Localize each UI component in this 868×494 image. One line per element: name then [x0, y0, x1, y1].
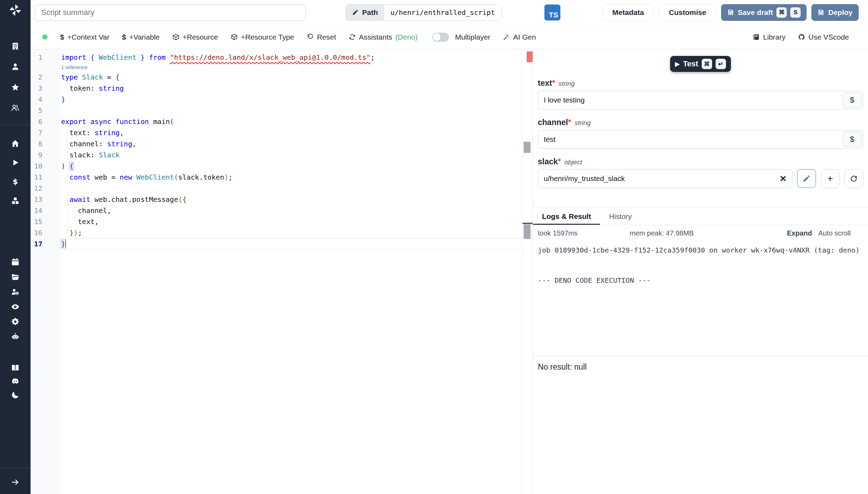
content: 1import { WebClient } from "https://deno…	[31, 49, 868, 494]
play-icon: ▶	[675, 61, 679, 67]
log-line: job 0189930d-1cbe-4329-f152-12ca359f0030…	[538, 245, 863, 256]
customise-button[interactable]: Customise	[659, 4, 716, 21]
sidebar-item-eye-icon[interactable]	[11, 302, 20, 311]
sidebar-item-home-icon[interactable]	[11, 139, 20, 148]
code-line-12[interactable]: 12	[31, 183, 522, 194]
sidebar-item-arrow-right-icon[interactable]	[11, 478, 20, 487]
sidebar-item-building-icon[interactable]	[11, 42, 20, 51]
code-line-5[interactable]: 5	[31, 105, 522, 116]
save-icon	[727, 9, 734, 16]
windmill-logo-icon[interactable]	[0, 3, 31, 17]
sidebar-item-play-icon[interactable]	[11, 158, 20, 167]
result-output: No result: null	[533, 356, 868, 378]
sidebar-item-dollar-icon[interactable]: $	[11, 177, 20, 186]
add-resource-button[interactable]: +	[821, 169, 840, 188]
slack-resource-input[interactable]	[538, 169, 792, 188]
sidebar-item-discord-icon[interactable]	[11, 377, 20, 386]
code-line-8[interactable]: 8 channel: string,	[31, 138, 522, 149]
script-summary-input[interactable]	[35, 4, 306, 21]
sidebar-item-moon-icon[interactable]	[11, 390, 20, 400]
header: Path u/henri/enthralled_script TS Metada…	[31, 0, 868, 25]
multiplayer-toggle[interactable]	[432, 33, 449, 42]
add-resource-type-button[interactable]: +Resource Type	[231, 33, 294, 41]
edit-resource-button[interactable]	[797, 169, 816, 188]
code-line-4[interactable]: 4}	[31, 94, 522, 105]
code-line-15[interactable]: 15 text,	[31, 216, 522, 227]
path-value[interactable]: u/henri/enthralled_script	[384, 5, 501, 20]
add-resource-button[interactable]: +Resource	[172, 33, 218, 41]
kbd-s: S	[790, 7, 801, 18]
line-number: 2	[31, 72, 60, 83]
code-line-2[interactable]: 2type Slack = {	[31, 72, 522, 83]
line-number: 14	[31, 205, 60, 216]
sidebar-item-user-gear-icon[interactable]	[11, 287, 20, 296]
reset-button[interactable]: Reset	[307, 33, 336, 41]
sidebar-item-user-icon[interactable]	[11, 62, 20, 71]
code-line-13[interactable]: 13 await web.chat.postMessage({	[31, 194, 522, 205]
auto-scroll-toggle[interactable]: Auto scroll	[818, 229, 851, 237]
line-number: 13	[31, 194, 60, 205]
app: $ Path u/henri/enthralled_script TS Meta…	[0, 0, 868, 494]
code-line-14[interactable]: 14 channel,	[31, 205, 522, 216]
code-line-11[interactable]: 11 const web = new WebClient(slack.token…	[31, 172, 522, 183]
tab-history[interactable]: History	[600, 208, 641, 225]
kbd-cmd: ⌘	[702, 59, 712, 69]
code-line-6[interactable]: 6export async function main(	[31, 116, 522, 127]
assistants-button[interactable]: Assistants (Deno)	[349, 33, 418, 41]
insert-var-button[interactable]: $	[843, 92, 861, 108]
code-line-17[interactable]: 17}	[31, 238, 522, 249]
scroll-thumb[interactable]	[524, 142, 531, 153]
sidebar-item-cubes-icon[interactable]	[11, 196, 20, 205]
ai-gen-button[interactable]: AI Gen	[503, 33, 536, 41]
code-line-9[interactable]: 9 slack: Slack	[31, 149, 522, 160]
sidebar-item-folder-icon[interactable]	[11, 272, 20, 281]
arg-label: channel*string	[538, 118, 863, 127]
expand-button[interactable]: Expand	[787, 229, 812, 237]
clear-icon[interactable]: ✕	[779, 169, 787, 188]
result-tabs: Logs & Result History	[533, 208, 868, 225]
add-variable-button[interactable]: $+Variable	[122, 33, 159, 41]
line-number: 7	[31, 127, 60, 138]
text-arg-input[interactable]	[538, 91, 863, 109]
library-button[interactable]: Library	[753, 33, 785, 41]
dollar-icon: $	[122, 33, 126, 41]
code-line-10[interactable]: 10) {	[31, 160, 522, 172]
save-icon	[817, 9, 825, 16]
metadata-button[interactable]: Metadata	[602, 4, 654, 21]
run-stats: took 1597ms mem peak: 47.98MB Expand Aut…	[533, 225, 868, 241]
sidebar-item-star-icon[interactable]	[11, 83, 20, 92]
scroll-thumb[interactable]	[524, 224, 531, 239]
editor-scrollbar[interactable]	[522, 49, 533, 494]
path-selector[interactable]: Path u/henri/enthralled_script	[345, 4, 502, 21]
box-icon	[231, 33, 238, 41]
code-editor[interactable]: 1import { WebClient } from "https://deno…	[31, 49, 533, 494]
sidebar-item-gear-icon[interactable]	[11, 317, 20, 326]
tab-logs-result[interactable]: Logs & Result	[533, 208, 600, 225]
sidebar-item-book-open-icon[interactable]	[11, 363, 20, 372]
line-number: 3	[31, 83, 60, 94]
run-panel: ▶ Test ⌘ ↵ text*string $ channel*string	[533, 49, 868, 494]
sidebar-item-calendar-icon[interactable]	[11, 257, 20, 266]
save-draft-button[interactable]: Save draft ⌘ S	[721, 4, 807, 21]
add-context-var-button[interactable]: $+Context Var	[60, 33, 109, 41]
line-number: 5	[31, 105, 60, 116]
deploy-button[interactable]: Deploy	[811, 4, 858, 21]
codelens-references[interactable]: 1 reference	[60, 63, 87, 72]
code-line-1[interactable]: 1import { WebClient } from "https://deno…	[31, 52, 522, 63]
arg-channel: channel*string $	[533, 118, 868, 149]
use-vscode-button[interactable]: Use VScode	[798, 33, 849, 41]
line-number: 12	[31, 183, 60, 194]
kbd-cmd: ⌘	[776, 7, 787, 18]
code-line-3[interactable]: 3 token: string	[31, 83, 522, 94]
mem-peak-label: mem peak: 47.98MB	[630, 229, 694, 237]
refresh-resource-button[interactable]	[844, 169, 863, 188]
sidebar-item-users-icon[interactable]	[11, 103, 20, 112]
sidebar-item-robot-icon[interactable]	[11, 332, 20, 341]
channel-arg-input[interactable]	[538, 130, 863, 149]
github-icon	[798, 33, 805, 41]
test-button[interactable]: ▶ Test ⌘ ↵	[670, 56, 731, 72]
code-line-7[interactable]: 7 text: string,	[31, 127, 522, 138]
insert-var-button[interactable]: $	[843, 132, 861, 147]
refresh-icon	[349, 33, 356, 41]
code-line-16[interactable]: 16 });	[31, 227, 522, 238]
